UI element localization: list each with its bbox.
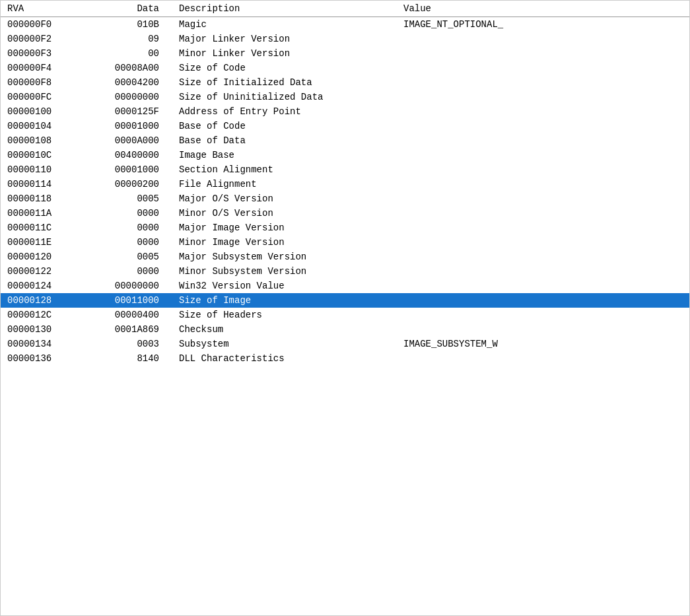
cell-description: Checksum [172, 322, 397, 337]
cell-data: 0005 [86, 191, 172, 206]
table-row[interactable]: 0000011000001000Section Alignment [1, 162, 689, 177]
table-row[interactable]: 000001300001A869Checksum [1, 322, 689, 337]
cell-data: 0000125F [86, 104, 172, 119]
table-row[interactable]: 000000F400008A00Size of Code [1, 61, 689, 75]
col-header-description: Description [172, 1, 397, 17]
cell-value: IMAGE_SUBSYSTEM_W [397, 337, 689, 351]
col-header-data: Data [86, 1, 172, 17]
cell-description: DLL Characteristics [172, 351, 397, 366]
cell-data: 0000A000 [86, 133, 172, 148]
cell-rva: 00000122 [1, 264, 86, 279]
cell-data: 0005 [86, 250, 172, 264]
table-row[interactable]: 000000F0010BMagicIMAGE_NT_OPTIONAL_ [1, 17, 689, 32]
cell-value [397, 119, 689, 133]
col-header-value: Value [397, 1, 689, 17]
cell-description: Subsystem [172, 337, 397, 351]
cell-rva: 000000FC [1, 90, 86, 104]
cell-rva: 0000011A [1, 206, 86, 221]
cell-rva: 0000011E [1, 235, 86, 250]
cell-value [397, 104, 689, 119]
table-row[interactable]: 000000F300Minor Linker Version [1, 46, 689, 61]
cell-description: Win32 Version Value [172, 279, 397, 293]
table-row[interactable]: 000001000000125FAddress of Entry Point [1, 104, 689, 119]
cell-description: Size of Code [172, 61, 397, 75]
cell-value [397, 293, 689, 308]
cell-data: 00004200 [86, 75, 172, 90]
cell-description: Minor Linker Version [172, 46, 397, 61]
cell-description: Address of Entry Point [172, 104, 397, 119]
cell-rva: 0000011C [1, 221, 86, 235]
cell-description: Magic [172, 17, 397, 32]
table-row[interactable]: 000001220000Minor Subsystem Version [1, 264, 689, 279]
cell-value [397, 235, 689, 250]
cell-description: Major Subsystem Version [172, 250, 397, 264]
cell-data: 09 [86, 32, 172, 46]
cell-rva: 00000118 [1, 191, 86, 206]
cell-description: Major Linker Version [172, 32, 397, 46]
table-row[interactable]: 000001180005Major O/S Version [1, 191, 689, 206]
cell-data: 00001000 [86, 162, 172, 177]
cell-value [397, 351, 689, 366]
cell-value [397, 264, 689, 279]
cell-data: 8140 [86, 351, 172, 366]
cell-value [397, 322, 689, 337]
cell-value [397, 133, 689, 148]
cell-description: Major Image Version [172, 221, 397, 235]
table-row[interactable]: 000000F800004200Size of Initialized Data [1, 75, 689, 90]
table-row[interactable]: 0000011C0000Major Image Version [1, 221, 689, 235]
table-row[interactable]: 0000010400001000Base of Code [1, 119, 689, 133]
table-row[interactable]: 000000F209Major Linker Version [1, 32, 689, 46]
table-row[interactable]: 000001080000A000Base of Data [1, 133, 689, 148]
table-row[interactable]: 0000012C00000400Size of Headers [1, 308, 689, 322]
cell-value [397, 250, 689, 264]
cell-value [397, 191, 689, 206]
table-row[interactable]: 000000FC00000000Size of Uninitialized Da… [1, 90, 689, 104]
table-row[interactable]: 0000011E0000Minor Image Version [1, 235, 689, 250]
cell-description: Image Base [172, 148, 397, 162]
table-row[interactable]: 0000012400000000Win32 Version Value [1, 279, 689, 293]
cell-data: 00000000 [86, 279, 172, 293]
cell-value: IMAGE_NT_OPTIONAL_ [397, 17, 689, 32]
table-row[interactable]: 000001368140DLL Characteristics [1, 351, 689, 366]
pe-optional-header-table: RVA Data Description Value 000000F0010BM… [1, 1, 689, 366]
cell-data: 00000000 [86, 90, 172, 104]
cell-data: 0001A869 [86, 322, 172, 337]
cell-rva: 00000100 [1, 104, 86, 119]
cell-description: Section Alignment [172, 162, 397, 177]
cell-value [397, 90, 689, 104]
cell-data: 00 [86, 46, 172, 61]
cell-rva: 00000104 [1, 119, 86, 133]
cell-value [397, 61, 689, 75]
main-table-container[interactable]: RVA Data Description Value 000000F0010BM… [0, 0, 690, 616]
cell-description: Base of Data [172, 133, 397, 148]
cell-data: 010B [86, 17, 172, 32]
table-row[interactable]: 0000011400000200File Alignment [1, 177, 689, 191]
cell-value [397, 221, 689, 235]
cell-data: 0000 [86, 206, 172, 221]
table-row[interactable]: 0000010C00400000Image Base [1, 148, 689, 162]
table-row[interactable]: 0000011A0000Minor O/S Version [1, 206, 689, 221]
cell-rva: 000000F2 [1, 32, 86, 46]
table-header-row: RVA Data Description Value [1, 1, 689, 17]
cell-rva: 000000F3 [1, 46, 86, 61]
table-body: 000000F0010BMagicIMAGE_NT_OPTIONAL_00000… [1, 17, 689, 366]
table-row[interactable]: 0000012800011000Size of Image [1, 293, 689, 308]
cell-description: Minor Image Version [172, 235, 397, 250]
cell-data: 0003 [86, 337, 172, 351]
cell-data: 0000 [86, 264, 172, 279]
cell-value [397, 308, 689, 322]
table-row[interactable]: 000001340003SubsystemIMAGE_SUBSYSTEM_W [1, 337, 689, 351]
cell-rva: 00000108 [1, 133, 86, 148]
cell-data: 00011000 [86, 293, 172, 308]
cell-value [397, 148, 689, 162]
cell-description: Minor O/S Version [172, 206, 397, 221]
cell-value [397, 162, 689, 177]
cell-rva: 000000F8 [1, 75, 86, 90]
cell-value [397, 177, 689, 191]
cell-value [397, 46, 689, 61]
table-row[interactable]: 000001200005Major Subsystem Version [1, 250, 689, 264]
col-header-rva: RVA [1, 1, 86, 17]
cell-rva: 00000130 [1, 322, 86, 337]
cell-description: Size of Initialized Data [172, 75, 397, 90]
cell-data: 00000400 [86, 308, 172, 322]
